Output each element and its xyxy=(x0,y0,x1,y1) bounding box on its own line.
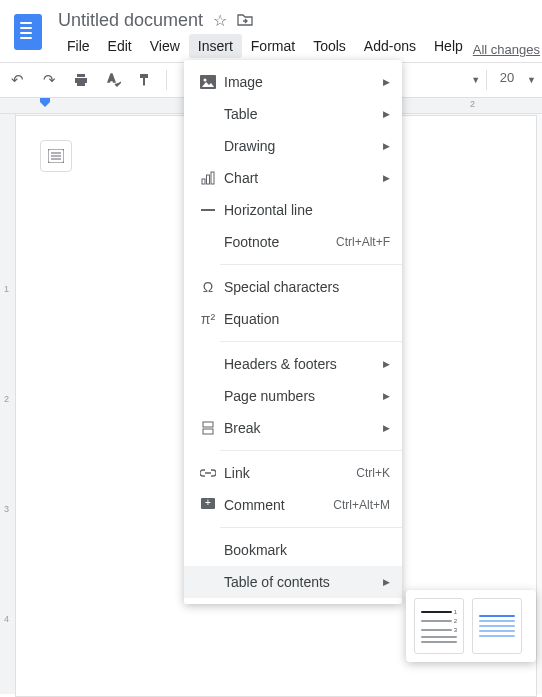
menu-item-label: Link xyxy=(220,465,356,481)
vruler-label: 1 xyxy=(4,284,9,294)
toc-number: 1 xyxy=(454,609,457,615)
image-icon xyxy=(196,75,220,89)
menu-item-break[interactable]: Break ▶ xyxy=(184,412,402,444)
shortcut-label: Ctrl+K xyxy=(356,466,390,480)
svg-rect-10 xyxy=(203,422,213,427)
svg-point-5 xyxy=(204,79,207,82)
menu-item-special-characters[interactable]: Ω Special characters xyxy=(184,271,402,303)
submenu-arrow-icon: ▶ xyxy=(383,577,390,587)
menu-item-horizontal-line[interactable]: Horizontal line xyxy=(184,194,402,226)
menu-tools[interactable]: Tools xyxy=(304,34,355,58)
redo-button[interactable]: ↷ xyxy=(38,69,60,91)
link-icon xyxy=(196,469,220,477)
all-changes-link[interactable]: All changes xyxy=(473,42,542,57)
menu-item-headers-footers[interactable]: Headers & footers ▶ xyxy=(184,348,402,380)
horizontal-line-icon xyxy=(196,208,220,212)
menu-item-equation[interactable]: π² Equation xyxy=(184,303,402,335)
spellcheck-button[interactable] xyxy=(102,69,124,91)
page-break-icon xyxy=(196,421,220,435)
star-icon[interactable]: ☆ xyxy=(213,11,227,30)
menu-insert[interactable]: Insert xyxy=(189,34,242,58)
menu-item-label: Table xyxy=(220,106,383,122)
menu-item-label: Equation xyxy=(220,311,390,327)
submenu-arrow-icon: ▶ xyxy=(383,359,390,369)
shortcut-label: Ctrl+Alt+F xyxy=(336,235,390,249)
indent-marker-icon[interactable] xyxy=(40,98,50,108)
docs-logo[interactable] xyxy=(8,8,48,56)
vruler-label: 4 xyxy=(4,614,9,624)
menu-item-link[interactable]: Link Ctrl+K xyxy=(184,457,402,489)
toc-submenu: 1 2 3 xyxy=(406,590,536,662)
dropdown-arrow-icon[interactable]: ▼ xyxy=(527,75,536,85)
omega-icon: Ω xyxy=(196,279,220,295)
toc-option-numbered[interactable]: 1 2 3 xyxy=(414,598,464,654)
menu-item-label: Comment xyxy=(220,497,333,513)
menu-item-label: Bookmark xyxy=(220,542,390,558)
font-size-input[interactable]: 20 xyxy=(493,70,521,90)
pi-icon: π² xyxy=(196,311,220,327)
menu-item-chart[interactable]: Chart ▶ xyxy=(184,162,402,194)
outline-toggle-icon[interactable] xyxy=(40,140,72,172)
doc-title[interactable]: Untitled document xyxy=(58,10,203,31)
toc-number: 2 xyxy=(454,618,457,624)
menu-item-label: Headers & footers xyxy=(220,356,383,372)
menu-item-label: Drawing xyxy=(220,138,383,154)
menu-item-label: Page numbers xyxy=(220,388,383,404)
vertical-ruler[interactable]: 1 2 3 4 xyxy=(0,114,16,694)
ruler-label: 2 xyxy=(470,99,475,109)
paint-format-button[interactable] xyxy=(134,69,156,91)
menu-item-label: Table of contents xyxy=(220,574,383,590)
menu-item-drawing[interactable]: Drawing ▶ xyxy=(184,130,402,162)
menu-item-label: Image xyxy=(220,74,383,90)
move-folder-icon[interactable] xyxy=(237,13,253,27)
menu-item-label: Special characters xyxy=(220,279,390,295)
submenu-arrow-icon: ▶ xyxy=(383,391,390,401)
svg-rect-6 xyxy=(202,179,205,184)
svg-text:+: + xyxy=(205,498,211,508)
menu-item-comment[interactable]: + Comment Ctrl+Alt+M xyxy=(184,489,402,521)
svg-rect-8 xyxy=(211,172,214,184)
menu-view[interactable]: View xyxy=(141,34,189,58)
vruler-label: 3 xyxy=(4,504,9,514)
toc-option-links[interactable] xyxy=(472,598,522,654)
dropdown-arrow-icon[interactable]: ▼ xyxy=(471,75,480,85)
menu-item-page-numbers[interactable]: Page numbers ▶ xyxy=(184,380,402,412)
submenu-arrow-icon: ▶ xyxy=(383,423,390,433)
submenu-arrow-icon: ▶ xyxy=(383,77,390,87)
submenu-arrow-icon: ▶ xyxy=(383,141,390,151)
menu-edit[interactable]: Edit xyxy=(99,34,141,58)
menu-item-table[interactable]: Table ▶ xyxy=(184,98,402,130)
menu-file[interactable]: File xyxy=(58,34,99,58)
submenu-arrow-icon: ▶ xyxy=(383,173,390,183)
menu-help[interactable]: Help xyxy=(425,34,472,58)
menu-item-label: Footnote xyxy=(220,234,336,250)
menubar: File Edit View Insert Format Tools Add-o… xyxy=(58,34,534,58)
comment-icon: + xyxy=(196,498,220,512)
svg-rect-7 xyxy=(207,175,210,184)
insert-menu-dropdown: Image ▶ Table ▶ Drawing ▶ Chart ▶ Horizo… xyxy=(184,60,402,604)
menu-format[interactable]: Format xyxy=(242,34,304,58)
menu-item-bookmark[interactable]: Bookmark xyxy=(184,534,402,566)
menu-item-label: Break xyxy=(220,420,383,436)
menu-item-footnote[interactable]: Footnote Ctrl+Alt+F xyxy=(184,226,402,258)
chart-icon xyxy=(196,171,220,185)
submenu-arrow-icon: ▶ xyxy=(383,109,390,119)
shortcut-label: Ctrl+Alt+M xyxy=(333,498,390,512)
menu-item-table-of-contents[interactable]: Table of contents ▶ xyxy=(184,566,402,598)
menu-item-image[interactable]: Image ▶ xyxy=(184,66,402,98)
menu-addons[interactable]: Add-ons xyxy=(355,34,425,58)
menu-item-label: Horizontal line xyxy=(220,202,390,218)
svg-rect-11 xyxy=(203,429,213,434)
print-button[interactable] xyxy=(70,69,92,91)
undo-button[interactable]: ↶ xyxy=(6,69,28,91)
menu-item-label: Chart xyxy=(220,170,383,186)
toc-number: 3 xyxy=(454,627,457,633)
vruler-label: 2 xyxy=(4,394,9,404)
